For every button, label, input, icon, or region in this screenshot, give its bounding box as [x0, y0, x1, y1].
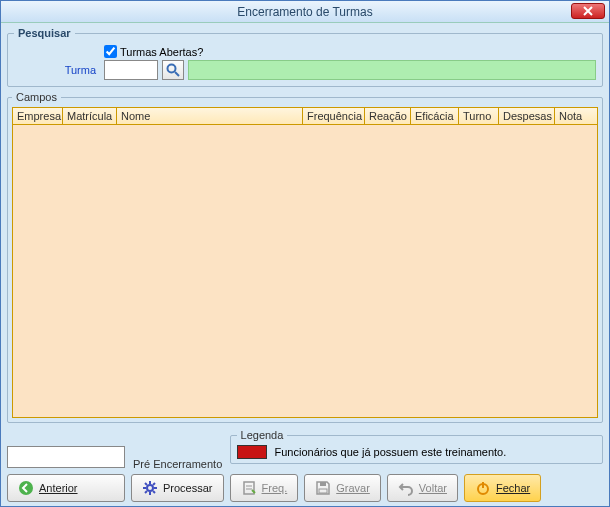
grid[interactable]: Empresa Matrícula Nome Frequência Reação…	[12, 107, 598, 418]
svg-point-0	[168, 65, 176, 73]
legenda-row: Funcionários que já possuem este treinam…	[237, 445, 596, 459]
turma-input[interactable]	[104, 60, 158, 80]
window-title: Encerramento de Turmas	[1, 5, 609, 19]
svg-rect-14	[319, 489, 327, 493]
legenda-legend: Legenda	[237, 429, 288, 441]
titlebar: Encerramento de Turmas	[1, 1, 609, 23]
campos-legend: Campos	[12, 91, 61, 103]
voltar-label: Voltar	[419, 482, 447, 494]
col-eficacia[interactable]: Eficácia	[411, 108, 459, 124]
legenda-text: Funcionários que já possuem este treinam…	[275, 446, 507, 458]
grid-header-row: Empresa Matrícula Nome Frequência Reação…	[13, 108, 597, 125]
col-reacao[interactable]: Reação	[365, 108, 411, 124]
pesquisar-group: Pesquisar Turmas Abertas? Turma	[7, 27, 603, 87]
gravar-label: Gravar	[336, 482, 370, 494]
campos-group: Campos Empresa Matrícula Nome Frequência…	[7, 91, 603, 423]
col-empresa[interactable]: Empresa	[13, 108, 63, 124]
turmas-abertas-checkbox[interactable]	[104, 45, 117, 58]
voltar-button[interactable]: Voltar	[387, 474, 458, 502]
svg-line-9	[153, 491, 155, 493]
search-icon	[165, 62, 181, 78]
svg-line-1	[175, 72, 179, 76]
legenda-swatch	[237, 445, 267, 459]
col-frequencia[interactable]: Frequência	[303, 108, 365, 124]
col-nota[interactable]: Nota	[555, 108, 597, 124]
turma-label: Turma	[14, 64, 100, 76]
pre-encerramento-label: Pré Encerramento	[131, 458, 224, 470]
svg-point-3	[147, 485, 153, 491]
power-icon	[475, 480, 491, 496]
svg-rect-12	[244, 482, 254, 494]
processar-button[interactable]: Processar	[131, 474, 224, 502]
gravar-button[interactable]: Gravar	[304, 474, 381, 502]
save-icon	[315, 480, 331, 496]
col-turno[interactable]: Turno	[459, 108, 499, 124]
legenda-group: Legenda Funcionários que já possuem este…	[230, 429, 603, 464]
processar-label: Processar	[163, 482, 213, 494]
action-buttons-row: Freq. Gravar Voltar	[230, 474, 603, 502]
campos-wrapper: Campos Empresa Matrícula Nome Frequência…	[7, 91, 603, 423]
anterior-button[interactable]: Anterior	[7, 474, 125, 502]
close-button[interactable]	[571, 3, 605, 19]
gear-icon	[142, 480, 158, 496]
svg-line-10	[153, 483, 155, 485]
freq-label: Freq.	[262, 482, 288, 494]
bottom-edit-input[interactable]	[7, 446, 125, 468]
pre-encerramento-col: Pré Encerramento Processar	[131, 458, 224, 502]
svg-point-2	[19, 481, 33, 495]
turma-display	[188, 60, 596, 80]
col-despesas[interactable]: Despesas	[499, 108, 555, 124]
freq-button[interactable]: Freq.	[230, 474, 299, 502]
svg-rect-13	[320, 482, 326, 486]
pesquisar-legend: Pesquisar	[14, 27, 75, 39]
turma-lookup-button[interactable]	[162, 60, 184, 80]
fechar-button[interactable]: Fechar	[464, 474, 541, 502]
svg-line-11	[145, 491, 147, 493]
arrow-left-icon	[18, 480, 34, 496]
clipboard-icon	[241, 480, 257, 496]
grid-body[interactable]	[13, 125, 597, 417]
turma-row: Turma	[14, 60, 596, 80]
turmas-abertas-label: Turmas Abertas?	[120, 46, 203, 58]
anterior-label: Anterior	[39, 482, 78, 494]
svg-line-8	[145, 483, 147, 485]
window: Encerramento de Turmas Pesquisar Turmas …	[0, 0, 610, 507]
col-nome[interactable]: Nome	[117, 108, 303, 124]
undo-icon	[398, 480, 414, 496]
fechar-label: Fechar	[496, 482, 530, 494]
bottom-area: Anterior Pré Encerramento Processar Lege…	[7, 427, 603, 502]
col-matricula[interactable]: Matrícula	[63, 108, 117, 124]
body: Pesquisar Turmas Abertas? Turma Campos	[1, 23, 609, 506]
turmas-abertas-row: Turmas Abertas?	[104, 45, 596, 58]
close-icon	[583, 6, 593, 16]
